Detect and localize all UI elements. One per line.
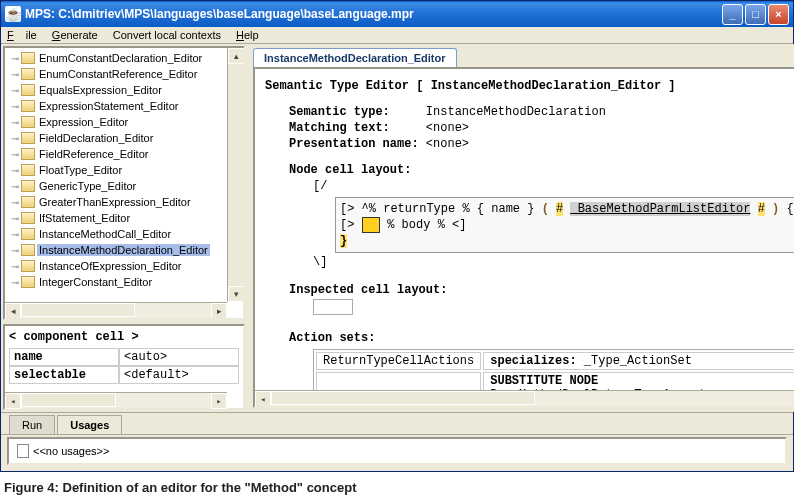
tree-toggle-icon[interactable]: ⊸ [9, 69, 21, 80]
folder-icon [21, 116, 35, 128]
menu-file[interactable]: File [7, 29, 37, 41]
tree-item[interactable]: ⊸FloatType_Editor [9, 162, 243, 178]
editor-panel[interactable]: Semantic Type Editor [ InstanceMethodDec… [253, 67, 794, 408]
tree-item-label: FieldDeclaration_Editor [37, 132, 155, 144]
tree-item-label: EnumConstantReference_Editor [37, 68, 199, 80]
props-header: < component cell > [9, 330, 239, 344]
editor-header-suffix: ] [661, 79, 675, 93]
tree-item[interactable]: ⊸InstanceMethodCall_Editor [9, 226, 243, 242]
tree-item-label: Expression_Editor [37, 116, 130, 128]
tree-scrollbar-horizontal[interactable]: ◂▸ [5, 302, 227, 318]
tree-item[interactable]: ⊸EnumConstantReference_Editor [9, 66, 243, 82]
folder-icon [21, 228, 35, 240]
tree-toggle-icon[interactable]: ⊸ [9, 181, 21, 192]
tree-toggle-icon[interactable]: ⊸ [9, 197, 21, 208]
window-title: MPS: C:\dmitriev\MPS\languages\baseLangu… [25, 7, 722, 21]
matching-text-label: Matching text: [289, 121, 390, 135]
tree-item[interactable]: ⊸FieldDeclaration_Editor [9, 130, 243, 146]
parm-list-editor-ref[interactable]: _BaseMethodParmListEditor [570, 202, 750, 216]
tree-item-label: InstanceMethodCall_Editor [37, 228, 173, 240]
menu-convert[interactable]: Convert local contexts [113, 29, 221, 41]
titlebar[interactable]: ☕ MPS: C:\dmitriev\MPS\languages\baseLan… [1, 1, 793, 27]
tree-item[interactable]: ⊸IfStatement_Editor [9, 210, 243, 226]
specializes-value[interactable]: _Type_ActionSet [584, 354, 692, 368]
folder-icon [21, 52, 35, 64]
props-scrollbar-horizontal[interactable]: ◂▸ [5, 392, 227, 408]
props-row[interactable]: name<auto> [9, 348, 239, 366]
folder-icon [21, 244, 35, 256]
tree-item[interactable]: ⊸EqualsExpression_Editor [9, 82, 243, 98]
tree-toggle-icon[interactable]: ⊸ [9, 245, 21, 256]
inspected-cell-box[interactable] [313, 299, 353, 315]
editor-tab[interactable]: InstanceMethodDeclaration_Editor [253, 48, 457, 67]
tree-item[interactable]: ⊸GreaterThanExpression_Editor [9, 194, 243, 210]
folder-icon [21, 212, 35, 224]
document-icon [17, 444, 29, 458]
tree-item-label: FloatType_Editor [37, 164, 124, 176]
tree-item[interactable]: ⊸InstanceMethodDeclaration_Editor [9, 242, 243, 258]
close-button[interactable]: × [768, 4, 789, 25]
folder-icon [21, 100, 35, 112]
props-row[interactable]: selectable<default> [9, 366, 239, 384]
tree-item-label: GreaterThanExpression_Editor [37, 196, 193, 208]
menu-help[interactable]: Help [236, 29, 259, 41]
tree-item[interactable]: ⊸IntegerConstant_Editor [9, 274, 243, 290]
tree-item[interactable]: ⊸ExpressionStatement_Editor [9, 98, 243, 114]
usages-content: <<no usages>> [7, 437, 787, 465]
tab-usages[interactable]: Usages [57, 415, 122, 434]
prop-value[interactable]: <auto> [119, 348, 239, 366]
tree-item[interactable]: ⊸Expression_Editor [9, 114, 243, 130]
semantic-type-value[interactable]: InstanceMethodDeclaration [426, 105, 606, 119]
layout-cell-box[interactable]: [> ^% returnType % { name } ( # _BaseMet… [335, 197, 794, 253]
folder-icon [21, 164, 35, 176]
semantic-type-label: Semantic type: [289, 105, 390, 119]
tree-item[interactable]: ⊸GenericType_Editor [9, 178, 243, 194]
layout-close[interactable]: \] [265, 255, 794, 269]
tab-run[interactable]: Run [9, 415, 55, 434]
tree-item[interactable]: ⊸EnumConstantDeclaration_Editor [9, 50, 243, 66]
matching-text-value[interactable]: <none> [426, 121, 469, 135]
layout-selection-marker[interactable] [362, 217, 380, 233]
layout-row2-body[interactable]: % body % <] [387, 218, 466, 232]
tree-item-label: EqualsExpression_Editor [37, 84, 164, 96]
tree-item[interactable]: ⊸InstanceOfExpression_Editor [9, 258, 243, 274]
tree-toggle-icon[interactable]: ⊸ [9, 165, 21, 176]
layout-row1-text[interactable]: [> ^% returnType % { name } [340, 202, 534, 216]
tree-toggle-icon[interactable]: ⊸ [9, 85, 21, 96]
action-more[interactable]: << ... >> [316, 406, 794, 408]
hash-open: # [556, 202, 563, 216]
tree-item[interactable]: ⊸FieldReference_Editor [9, 146, 243, 162]
folder-icon [21, 276, 35, 288]
tree-toggle-icon[interactable]: ⊸ [9, 101, 21, 112]
folder-icon [21, 132, 35, 144]
substitute-node-label: SUBSTITUTE NODE [490, 374, 598, 388]
folder-icon [21, 84, 35, 96]
editor-scrollbar-horizontal[interactable]: ◂▸ [255, 390, 794, 406]
presentation-name-value[interactable]: <none> [426, 137, 469, 151]
prop-value[interactable]: <default> [119, 366, 239, 384]
minimize-button[interactable]: _ [722, 4, 743, 25]
app-window: ☕ MPS: C:\dmitriev\MPS\languages\baseLan… [0, 0, 794, 472]
tree-toggle-icon[interactable]: ⊸ [9, 149, 21, 160]
action-name[interactable]: ReturnTypeCellActions [316, 352, 481, 370]
action-sets-label: Action sets: [265, 331, 794, 345]
prop-name: name [9, 348, 119, 366]
layout-row1-end[interactable]: { <] [787, 202, 795, 216]
tree-toggle-icon[interactable]: ⊸ [9, 261, 21, 272]
layout-row3-brace[interactable]: } [340, 234, 347, 248]
layout-open[interactable]: [/ [265, 179, 794, 193]
folder-icon [21, 68, 35, 80]
menu-generate[interactable]: Generate [52, 29, 98, 41]
hash-close: # [758, 202, 765, 216]
tree-toggle-icon[interactable]: ⊸ [9, 229, 21, 240]
prop-name: selectable [9, 366, 119, 384]
tree-toggle-icon[interactable]: ⊸ [9, 53, 21, 64]
tree-toggle-icon[interactable]: ⊸ [9, 213, 21, 224]
tree-toggle-icon[interactable]: ⊸ [9, 277, 21, 288]
java-icon: ☕ [5, 6, 21, 22]
tree-toggle-icon[interactable]: ⊸ [9, 133, 21, 144]
tree-toggle-icon[interactable]: ⊸ [9, 117, 21, 128]
tree-scrollbar-vertical[interactable]: ▴▾ [227, 48, 243, 302]
maximize-button[interactable]: □ [745, 4, 766, 25]
layout-row2-open[interactable]: [> [340, 218, 354, 232]
